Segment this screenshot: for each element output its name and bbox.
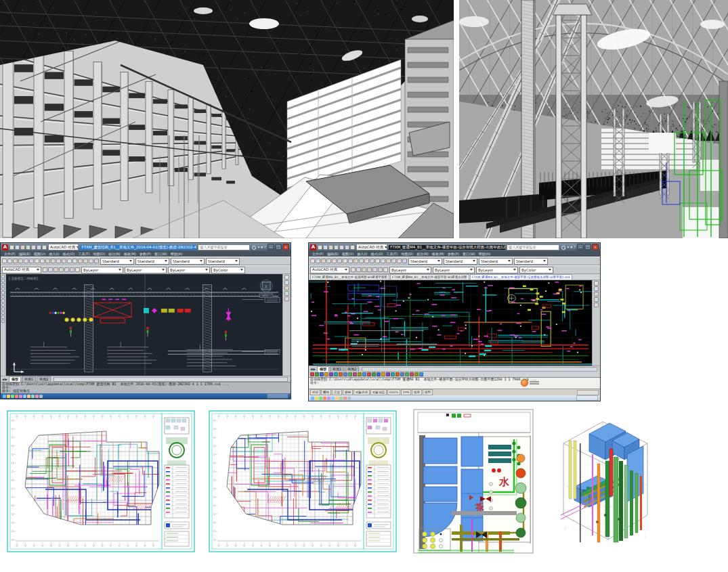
- layout-tab[interactable]: 布局2: [37, 376, 51, 382]
- print-icon[interactable]: [18, 259, 23, 263]
- infocenter-icon[interactable]: ▾: [257, 245, 259, 249]
- taskbar-app-icon[interactable]: [339, 372, 343, 376]
- taskbar-app-icon[interactable]: [319, 397, 322, 400]
- status-toggle[interactable]: 捕捉: [310, 389, 320, 395]
- menu-item[interactable]: 编辑(E): [327, 252, 339, 256]
- taskbar-app-icon[interactable]: [39, 395, 43, 398]
- infocenter-search-input[interactable]: [198, 244, 250, 250]
- table-style-combo[interactable]: Standard: [171, 258, 205, 265]
- taskbar-app-icon[interactable]: [31, 395, 35, 398]
- paste-icon[interactable]: [40, 259, 45, 263]
- layer-combo[interactable]: ByLayer: [81, 267, 123, 273]
- undo-icon[interactable]: [339, 245, 344, 250]
- taskbar-app-icon[interactable]: [27, 395, 30, 398]
- text-icon[interactable]: [1, 299, 5, 303]
- print-icon[interactable]: [26, 245, 30, 250]
- taskbar-app-icon[interactable]: [335, 397, 339, 400]
- rotate-icon[interactable]: [1, 315, 5, 319]
- save-icon[interactable]: [328, 245, 333, 250]
- paste-icon[interactable]: [348, 259, 353, 263]
- menu-item[interactable]: 参数(P): [140, 252, 151, 256]
- tool-palettes-icon[interactable]: [94, 259, 99, 263]
- infocenter-search-input[interactable]: [507, 244, 559, 250]
- titlebar[interactable]: A AutoCAD 经典 F7XM_建筑结构_B1__本地文件_2016-04-…: [1, 243, 291, 251]
- horizontal-scrollbar[interactable]: [53, 377, 288, 382]
- menu-item[interactable]: 视图(V): [34, 252, 45, 256]
- menu-item[interactable]: 插入(I): [49, 252, 59, 256]
- plot-preview-icon[interactable]: [24, 259, 28, 263]
- zoom-previous-icon[interactable]: [386, 259, 391, 263]
- ortho-icon[interactable]: [362, 267, 366, 272]
- linetype-combo[interactable]: ByLayer: [476, 267, 518, 273]
- taskbar-app-icon[interactable]: [414, 372, 419, 376]
- osnap-icon[interactable]: [59, 267, 64, 272]
- save-icon[interactable]: [20, 245, 25, 250]
- menu-item[interactable]: 文件(F): [312, 252, 324, 256]
- drawing-canvas-section-view[interactable]: [-][俯视][二维线框]上WCS: [6, 274, 282, 376]
- taskbar-app-icon[interactable]: [353, 372, 357, 376]
- menu-item[interactable]: 帮助(H): [171, 252, 183, 256]
- window-control-button[interactable]: ×: [592, 244, 599, 250]
- qnew-icon[interactable]: [9, 245, 14, 250]
- taskbar-app-icon[interactable]: [324, 372, 328, 376]
- taskbar-app-icon[interactable]: [419, 372, 423, 376]
- dim-style-combo[interactable]: Standard: [444, 258, 477, 265]
- plugin-notification-badge[interactable]: [521, 379, 539, 387]
- taskbar-app-icon[interactable]: [3, 395, 6, 398]
- properties-icon[interactable]: [391, 259, 396, 263]
- taskbar-app-icon[interactable]: [377, 372, 381, 376]
- layer-toolbar-icons[interactable]: [351, 267, 388, 272]
- status-toggle[interactable]: DYN: [401, 389, 411, 395]
- layout-tab[interactable]: 布局1: [330, 366, 344, 372]
- taskbar-app-icon[interactable]: [315, 372, 319, 376]
- taskbar-app-icon[interactable]: [329, 372, 333, 376]
- window-control-button[interactable]: —: [267, 244, 274, 250]
- workspace-combo[interactable]: AutoCAD 经典: [356, 244, 387, 250]
- taskbar-app-icon[interactable]: [15, 395, 18, 398]
- infocenter-icon[interactable]: ★: [260, 245, 263, 249]
- menu-item[interactable]: 标注(N): [416, 252, 429, 256]
- plot-preview-icon[interactable]: [332, 259, 337, 263]
- taskbar-app-icon[interactable]: [320, 372, 324, 376]
- menu-item[interactable]: 格式(O): [371, 252, 383, 256]
- quick-access-toolbar[interactable]: [9, 245, 47, 250]
- window-control-button[interactable]: □: [275, 244, 282, 250]
- taskbar-app-icons[interactable]: [3, 395, 43, 398]
- nav-wheel-icon[interactable]: [594, 281, 599, 286]
- undo-icon[interactable]: [31, 245, 36, 250]
- command-prompt[interactable]: 命令:: [310, 381, 599, 384]
- pan-icon[interactable]: [370, 259, 374, 263]
- zoom-icon[interactable]: [284, 286, 289, 290]
- qnew-icon[interactable]: [318, 245, 322, 250]
- lineweight-combo[interactable]: ByColor: [211, 267, 245, 273]
- cut-icon[interactable]: [29, 259, 34, 263]
- table-style-combo[interactable]: Standard: [479, 258, 513, 265]
- cut-icon[interactable]: [337, 259, 342, 263]
- open-icon[interactable]: [316, 259, 320, 263]
- taskbar-app-icon[interactable]: [367, 372, 371, 376]
- tool-palettes-icon[interactable]: [402, 259, 407, 263]
- taskbar-app-icon[interactable]: [343, 397, 347, 400]
- taskbar-app-icon[interactable]: [405, 372, 409, 376]
- taskbar-app-icon[interactable]: [386, 372, 390, 376]
- plugin-badge-icon[interactable]: [521, 379, 528, 387]
- system-tray[interactable]: [576, 395, 598, 401]
- undo-icon[interactable]: [359, 259, 364, 263]
- windows-taskbar[interactable]: [1, 393, 291, 399]
- window-control-button[interactable]: ×: [282, 244, 289, 250]
- linetype-combo[interactable]: ByLayer: [168, 267, 210, 273]
- rectangle-icon[interactable]: [1, 291, 5, 294]
- horizontal-scrollbar[interactable]: [362, 367, 597, 372]
- taskbar-app-icon[interactable]: [331, 397, 335, 400]
- open-icon[interactable]: [323, 245, 328, 250]
- command-prompt[interactable]: 命令: 指定对角点: [2, 389, 289, 393]
- tab-nav-arrow[interactable]: ◀: [2, 378, 4, 381]
- workspace-combo[interactable]: AutoCAD 经典: [48, 244, 79, 250]
- navigation-toolbar[interactable]: [592, 280, 600, 366]
- circle-icon[interactable]: [1, 283, 5, 286]
- quick-access-toolbar[interactable]: [318, 245, 355, 250]
- save-icon[interactable]: [13, 259, 18, 263]
- menu-item[interactable]: 视图(V): [342, 252, 354, 256]
- file-tab[interactable]: F7XM_暖通M4_B1__本地文件-楼层平面-B1暖通大样图: [390, 274, 469, 280]
- redo-icon[interactable]: [345, 245, 349, 250]
